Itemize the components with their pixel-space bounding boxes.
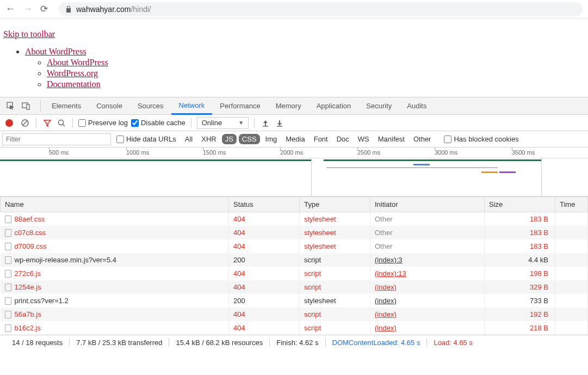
request-size: 218 B	[485, 321, 555, 335]
url-host: wahwahyar.com/hindi/	[76, 5, 151, 14]
tab-network[interactable]: Network	[171, 97, 213, 115]
filter-type-css[interactable]: CSS	[239, 134, 260, 144]
about-wordpress-link[interactable]: About WordPress	[25, 47, 86, 56]
filter-type-doc[interactable]: Doc	[333, 134, 352, 144]
documentation-link[interactable]: Documentation	[47, 79, 101, 89]
request-size: 192 B	[485, 308, 555, 321]
column-name[interactable]: Name	[1, 197, 229, 212]
request-status: 404	[229, 267, 300, 280]
hide-data-urls-checkbox[interactable]: Hide data URLs	[116, 135, 176, 143]
filter-type-media[interactable]: Media	[282, 134, 308, 144]
has-blocked-cookies-checkbox[interactable]: Has blocked cookies	[444, 135, 518, 143]
request-initiator: Other	[370, 212, 485, 226]
table-row[interactable]: c07c8.css 404 stylesheet Other 183 B	[1, 226, 588, 239]
request-name: d7009.css	[15, 242, 47, 250]
column-time[interactable]: Time	[555, 197, 588, 212]
svg-point-5	[59, 120, 64, 125]
filter-type-font[interactable]: Font	[311, 134, 331, 144]
initiator-link[interactable]: (index)	[375, 283, 397, 291]
search-icon[interactable]	[56, 118, 67, 128]
status-requests: 14 / 18 requests	[5, 339, 70, 347]
column-status[interactable]: Status	[229, 197, 300, 212]
timeline-tick: 3500 ms	[512, 149, 535, 156]
request-name: 272c6.js	[15, 269, 41, 278]
tab-sources[interactable]: Sources	[130, 97, 171, 115]
tab-performance[interactable]: Performance	[212, 97, 268, 115]
initiator-link[interactable]: (index)	[375, 297, 397, 305]
tab-security[interactable]: Security	[358, 97, 399, 115]
table-row[interactable]: 56a7b.js 404 script (index) 192 B	[1, 308, 588, 321]
table-row[interactable]: d7009.css 404 stylesheet Other 183 B	[1, 239, 588, 253]
request-initiator: Other	[370, 226, 485, 239]
request-size: 183 B	[485, 226, 555, 239]
request-name: c07c8.css	[15, 229, 46, 237]
preserve-log-checkbox[interactable]: Preserve log	[78, 119, 128, 127]
table-row[interactable]: 88aef.css 404 stylesheet Other 183 B	[1, 212, 588, 226]
status-transferred: 7.7 kB / 25.3 kB transferred	[70, 339, 169, 347]
download-har-icon[interactable]	[274, 118, 285, 128]
timeline-tick: 500 ms	[49, 149, 69, 156]
tab-audits[interactable]: Audits	[399, 97, 434, 115]
back-button[interactable]: ←	[5, 3, 15, 15]
tab-application[interactable]: Application	[309, 97, 359, 115]
status-load: Load: 4.65 s	[427, 339, 479, 347]
initiator-link[interactable]: (index)	[375, 310, 397, 318]
initiator-link[interactable]: (index):3	[375, 256, 403, 264]
throttling-select[interactable]: Online ▼	[197, 117, 249, 129]
filter-input[interactable]	[2, 133, 111, 145]
filter-type-all[interactable]: All	[182, 134, 196, 144]
clear-button[interactable]	[20, 118, 30, 128]
request-size: 183 B	[485, 212, 555, 226]
svg-line-4	[23, 121, 27, 125]
table-row[interactable]: b16c2.js 404 script (index) 218 B	[1, 321, 588, 335]
filter-type-ws[interactable]: WS	[355, 134, 373, 144]
about-wordpress-sublink[interactable]: About WordPress	[47, 58, 108, 67]
table-row[interactable]: 272c6.js 404 script (index):13 198 B	[1, 267, 588, 280]
forward-button[interactable]: →	[23, 3, 33, 15]
file-icon	[5, 256, 11, 264]
status-finish: Finish: 4.62 s	[270, 339, 325, 347]
filter-type-manifest[interactable]: Manifest	[375, 134, 408, 144]
table-row[interactable]: wp-emoji-release.min.js?ver=5.4 200 scri…	[1, 253, 588, 267]
page-viewport: Skip to toolbar About WordPress About Wo…	[0, 19, 588, 97]
device-toolbar-icon[interactable]	[18, 99, 34, 114]
table-row[interactable]: print.css?ver=1.2 200 stylesheet (index)…	[1, 294, 588, 308]
request-type: script	[300, 308, 370, 321]
request-type: script	[300, 253, 370, 267]
initiator-link[interactable]: (index):13	[375, 269, 406, 278]
initiator-link[interactable]: (index)	[375, 324, 397, 332]
column-initiator[interactable]: Initiator	[370, 197, 485, 212]
request-name: 88aef.css	[15, 215, 45, 223]
reload-button[interactable]: ⟳	[40, 3, 48, 15]
filter-type-other[interactable]: Other	[410, 134, 435, 144]
request-initiator: (index)	[370, 308, 485, 321]
request-size: 733 B	[485, 294, 555, 308]
upload-har-icon[interactable]	[260, 118, 271, 128]
address-bar[interactable]: wahwahyar.com/hindi/	[59, 2, 583, 16]
disable-cache-checkbox[interactable]: Disable cache	[131, 119, 185, 127]
tab-console[interactable]: Console	[89, 97, 130, 115]
devtools-tabs: ElementsConsoleSourcesNetworkPerformance…	[0, 97, 588, 115]
column-type[interactable]: Type	[300, 197, 370, 212]
request-name: 1254e.js	[15, 283, 41, 291]
inspect-element-icon[interactable]	[3, 99, 18, 114]
filter-type-img[interactable]: Img	[262, 134, 281, 144]
request-type: stylesheet	[300, 226, 370, 239]
svg-rect-2	[27, 104, 29, 109]
filter-type-xhr[interactable]: XHR	[198, 134, 219, 144]
timeline-tick: 1000 ms	[126, 149, 149, 156]
tab-elements[interactable]: Elements	[44, 97, 89, 115]
skip-to-toolbar-link[interactable]: Skip to toolbar	[3, 29, 55, 39]
filter-icon[interactable]	[42, 118, 53, 128]
network-timeline[interactable]: 500 ms1000 ms1500 ms2000 ms2500 ms3000 m…	[0, 147, 588, 196]
wordpress-org-link[interactable]: WordPress.org	[47, 69, 98, 78]
filter-type-js[interactable]: JS	[222, 134, 237, 144]
tab-memory[interactable]: Memory	[268, 97, 309, 115]
request-type: stylesheet	[300, 212, 370, 226]
file-icon	[5, 243, 11, 250]
column-size[interactable]: Size	[485, 197, 555, 212]
request-name: 56a7b.js	[15, 310, 41, 318]
record-button[interactable]	[5, 119, 13, 127]
table-row[interactable]: 1254e.js 404 script (index) 329 B	[1, 280, 588, 294]
request-status: 404	[229, 280, 300, 294]
